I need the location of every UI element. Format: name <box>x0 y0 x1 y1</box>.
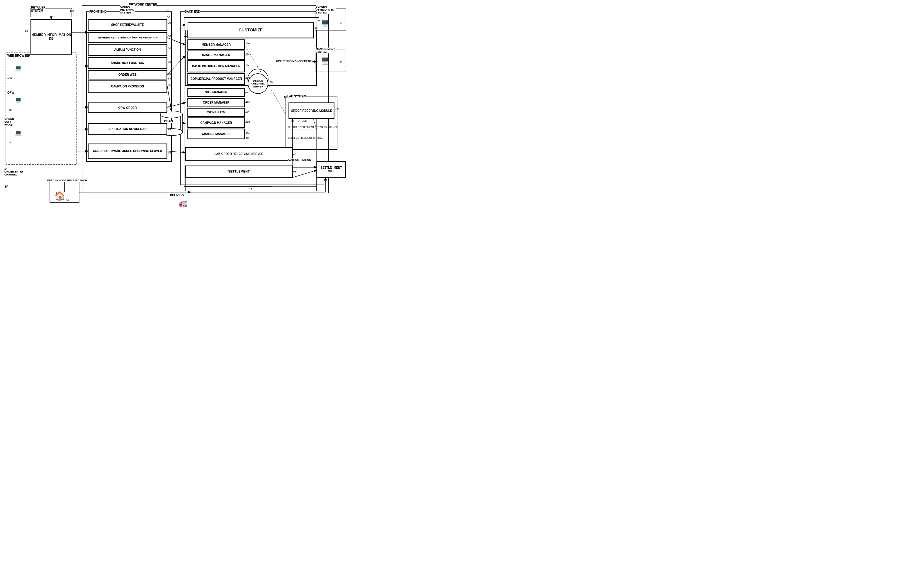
order-web-box: ORDER WEB <box>88 71 167 79</box>
laptop-icon-14c: 💻 <box>15 129 22 136</box>
svg-line-48 <box>167 38 185 45</box>
management-computer-icon: 🖥️ <box>321 57 329 65</box>
db-fs-label: DB/FS <box>164 120 173 123</box>
laptop-icon-14a: 💻 <box>15 65 22 72</box>
n38: 38 <box>318 19 320 22</box>
screen-dev-system-label: SCREENDEVELOPMENTSYSTEM <box>316 5 336 14</box>
n28: 28 <box>66 199 69 202</box>
lab-order-receiving-box: LAB ORDER RE- CEIVING SERVER <box>185 147 292 161</box>
n30e: 30e <box>168 72 172 75</box>
n14c: 14c <box>8 141 12 144</box>
n14a: 14a <box>8 76 12 79</box>
workflow-box: WORKFLOW <box>188 108 245 117</box>
authorization-label: AUTHOR- IZATION <box>288 158 311 161</box>
svg-line-58 <box>292 170 316 178</box>
customize-box: CUSTOMIZE <box>188 22 314 38</box>
site-manager-box: SITE MANAGER <box>188 88 245 97</box>
member-registration-box: MEMBER REGISTRATION /AUTHENTICATION <box>88 32 167 42</box>
n18: 18 <box>25 29 28 32</box>
n40b: 40b <box>246 53 250 56</box>
n44: 44 <box>293 170 296 173</box>
n34: 34 <box>168 127 171 130</box>
screen-dev-computer-icon: 🖥️ <box>321 20 329 27</box>
n36: 36 <box>168 151 171 154</box>
album-function-box: ALBUM FUNCTION <box>88 44 167 56</box>
truck-icon: 🚛 <box>179 199 188 207</box>
settlement-box: SETTLEMENT <box>185 166 292 178</box>
diagram-container: NETWORK CENTER FRONT END 12b BACK END 12… <box>3 3 349 214</box>
order-label: ORDER <box>297 119 307 122</box>
n12-bottom: 12 <box>249 188 252 191</box>
delivery-label: DELIVERY <box>170 194 184 197</box>
web-browser-label: WEB BROWSER <box>8 54 30 57</box>
n14b: 14b <box>8 108 12 111</box>
basic-info-manager-box: BASIC INFORMA- TION MANAGER <box>188 60 245 72</box>
n42: 42 <box>293 153 296 155</box>
share-box-box: SHARE BOX FUNCTION <box>88 57 167 69</box>
n16a: 16a <box>335 107 339 110</box>
debit-settlement-label: DEBIT SETTLEMENT CANCEL <box>288 137 323 140</box>
application-download-box: APPLICATION DOWNLOAD <box>88 123 167 135</box>
campaign-manager-box: CAMPAIGN MANAGER <box>188 117 245 128</box>
n30b: 30b <box>168 35 172 38</box>
n40h: 40h <box>246 132 250 135</box>
n40e: 40e <box>246 101 250 104</box>
commercial-product-manager-box: COMMERCIAL PRODUCT MANAGER <box>188 73 245 85</box>
design-checking-server-box: DESIGN CHECKING SERVER <box>248 73 268 94</box>
member-info-db-box: MEMBER INFOR- MATION DB <box>31 19 72 54</box>
n12a: 12a <box>168 78 172 81</box>
n40c: 40c <box>246 64 250 67</box>
n26: 26 <box>270 81 273 84</box>
charge-manager-box: CHARGE MANAGER <box>188 129 245 139</box>
front-end-label: FRONT END <box>89 10 106 13</box>
order-entry-channel-label: 14ORDER ENTRYCHANNEL <box>4 167 24 176</box>
n30f: 30f <box>168 84 172 87</box>
n40f: 40f <box>246 110 249 113</box>
campaign-provision-box: CAMPAIGN PROVISION <box>88 81 167 92</box>
n30c: 30c <box>168 47 172 50</box>
order-receiving-system-label: ORDERRECEIVINGSYSTEM <box>120 5 135 14</box>
n30d: 30d <box>168 60 172 63</box>
member-manager-box: MEMBER MANAGER <box>188 40 245 50</box>
n39: 39 <box>315 26 318 29</box>
credit-settlement-label: CREDIT SETTLEMENT ESTABLISH/CANCEL <box>288 126 339 129</box>
n18a: 18a <box>70 9 74 12</box>
house-icon: 🏠 <box>54 191 65 201</box>
back-end-label: BACK END <box>184 10 200 13</box>
opw-label: OPW <box>8 91 14 94</box>
n32: 32 <box>168 105 171 108</box>
opw-order-box: OPW ORDER <box>88 103 167 113</box>
retailer-system-label: RETAILERSYSTEM <box>31 6 45 12</box>
n40g: 40g <box>246 120 250 123</box>
management-system-label: MANAGEMENTSYSTEM <box>316 48 335 53</box>
n30: 30 <box>167 16 170 19</box>
merchandise-receipt-shop-label: MERCHANDISE RECEIPT SHOP <box>47 179 87 182</box>
lab-system-label: LAB SYSTEM <box>287 95 306 98</box>
n10: 10 <box>4 185 8 189</box>
n40i: 40i <box>246 137 249 139</box>
n22: 22 <box>339 22 342 25</box>
order-manager-box: ORDER MANAGER <box>188 98 245 107</box>
n16: 16 <box>284 96 287 99</box>
n24: 24 <box>339 60 342 63</box>
laptop-icon-14b: 💻 <box>15 96 22 103</box>
order-software-server-box: ORDER SOFTWARE ORDER RECEIVING SERVER <box>88 144 167 158</box>
n30a: 30a <box>168 21 172 24</box>
svg-line-49 <box>167 56 185 75</box>
image-manager-box: IMAGE MANAGER <box>188 51 245 60</box>
settlement-site-box: SETTLE- MENT SITE <box>316 161 346 178</box>
operation-management-label: OPERATION MANAGEMENT <box>276 60 312 63</box>
n20: 20 <box>324 178 327 181</box>
n40a: 40a <box>246 42 250 45</box>
shop-retrieval-box: SHOP RETRIEVAL SITE <box>88 19 167 31</box>
order-receiving-module-box: ORDER RECEIVING MODULE <box>289 103 334 119</box>
order-software-label: ORDERSOFT-WARE <box>4 117 14 126</box>
n12b: 12b <box>166 10 170 13</box>
